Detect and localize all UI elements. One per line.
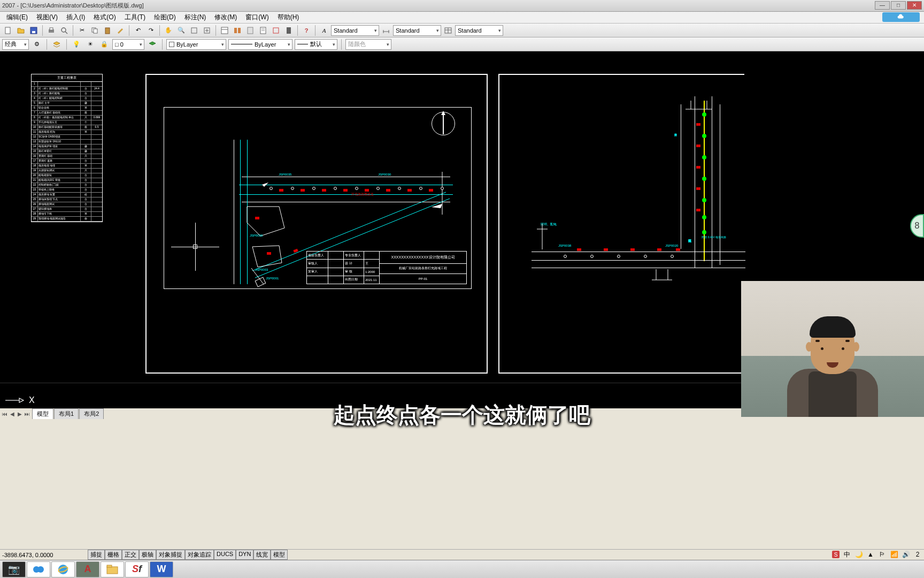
menu-tools[interactable]: 工具(T) <box>120 12 150 23</box>
workspace-dropdown[interactable]: 经典 <box>2 39 29 50</box>
pan-button[interactable]: ✋ <box>163 25 174 36</box>
svg-rect-14 <box>234 28 237 33</box>
paste-button[interactable] <box>102 25 113 36</box>
tab-last-button[interactable]: ⏭ <box>24 411 31 417</box>
zoom-prev-button[interactable] <box>201 25 213 36</box>
menu-dimension[interactable]: 标注(N) <box>180 12 211 23</box>
color-dropdown[interactable]: ByLayer <box>166 39 226 50</box>
help-button[interactable]: ? <box>301 25 312 36</box>
textstyle-icon[interactable]: A <box>318 25 330 36</box>
print-button[interactable] <box>45 25 57 36</box>
table-row: 9手孔井电缆分支个 <box>32 120 102 125</box>
lineweight-dropdown[interactable]: 默认 <box>295 39 337 50</box>
toggle-osnap[interactable]: 对象捕捉 <box>156 550 185 560</box>
svg-rect-4 <box>50 28 53 30</box>
menu-window[interactable]: 窗口(W) <box>241 12 273 23</box>
dimstyle-dropdown[interactable]: Standard <box>393 25 441 36</box>
toggle-dyn[interactable]: DYN <box>236 550 253 560</box>
tray-up-icon[interactable]: ▲ <box>866 550 875 559</box>
match-button[interactable] <box>114 25 126 36</box>
network-icon[interactable]: 📶 <box>890 550 898 559</box>
tab-layout2[interactable]: 布局2 <box>79 408 104 420</box>
layer-dropdown[interactable]: □ 0 <box>112 39 144 50</box>
preview-button[interactable] <box>58 25 70 36</box>
station-label: JSP0020 <box>665 244 678 247</box>
linetype-dropdown[interactable]: ByLayer <box>228 39 292 50</box>
svg-rect-21 <box>287 27 291 34</box>
taskbar-app-sf[interactable]: Sf <box>125 561 149 577</box>
minimize-button[interactable]: — <box>875 1 890 10</box>
tab-first-button[interactable]: ⏮ <box>1 411 9 417</box>
zoom-window-button[interactable] <box>188 25 200 36</box>
menu-help[interactable]: 帮助(H) <box>273 12 304 23</box>
toggle-polar[interactable]: 极轴 <box>139 550 156 560</box>
table-row: 1 <box>32 82 102 87</box>
menu-insert[interactable]: 插入(I) <box>62 12 89 23</box>
layer-props-button[interactable] <box>51 39 63 50</box>
tablestyle-icon[interactable] <box>442 25 454 36</box>
layer-prev-button[interactable] <box>147 39 158 50</box>
tab-layout1[interactable]: 布局1 <box>54 408 79 420</box>
calc-button[interactable] <box>283 25 295 36</box>
textstyle-dropdown[interactable]: Standard <box>331 25 379 36</box>
cut-button[interactable]: ✂ <box>76 25 88 36</box>
redo-button[interactable]: ↷ <box>145 25 157 36</box>
table-row: 6铝合金线米 <box>32 106 102 111</box>
layer-on-icon[interactable]: 💡 <box>71 39 82 50</box>
layer-lock-icon[interactable]: 🔒 <box>98 39 110 50</box>
maximize-button[interactable]: □ <box>891 1 906 10</box>
save-button[interactable] <box>28 25 40 36</box>
sheet-set-button[interactable] <box>257 25 269 36</box>
taskbar-app-cloud[interactable] <box>27 561 50 577</box>
design-center-button[interactable] <box>232 25 243 36</box>
menu-edit[interactable]: 编辑(E) <box>2 12 32 23</box>
close-button[interactable]: ✕ <box>907 1 922 10</box>
table-row: 11低压电缆 挖沟米 <box>32 130 102 135</box>
ime-lang[interactable]: 中 <box>843 550 851 559</box>
toggle-lwt[interactable]: 线宽 <box>253 550 271 560</box>
menu-draw[interactable]: 绘图(D) <box>150 12 180 23</box>
layer-freeze-icon[interactable]: ☀ <box>84 39 96 50</box>
taskbar-app-cad[interactable]: A <box>76 561 99 577</box>
taskbar-app-explorer[interactable] <box>101 561 124 577</box>
title-block: 项目负责人专业负责人 审核人设 计王 复审人审 核1:2000 出图日期2021… <box>306 251 467 284</box>
volume-icon[interactable]: 🔊 <box>902 550 910 559</box>
toggle-grid[interactable]: 栅格 <box>105 550 122 560</box>
tab-prev-button[interactable]: ◀ <box>9 411 16 417</box>
toggle-ortho[interactable]: 正交 <box>122 550 139 560</box>
plotstyle-dropdown[interactable]: 随颜色 <box>345 39 391 50</box>
table-row: 19光源安装调试只 <box>32 169 102 173</box>
toggle-model[interactable]: 模型 <box>271 550 288 560</box>
night-mode-icon[interactable]: 🌙 <box>854 550 863 559</box>
tablestyle-dropdown[interactable]: Standard <box>455 25 503 36</box>
toggle-ducs[interactable]: DUCS <box>214 550 236 560</box>
tab-model[interactable]: 模型 <box>32 408 53 420</box>
flag-icon[interactable]: 🏳 <box>878 550 887 559</box>
taskbar-app-wps[interactable]: W <box>150 561 173 577</box>
svg-marker-44 <box>19 398 24 402</box>
taskbar-app-ie[interactable] <box>51 561 75 577</box>
menu-view[interactable]: 视图(V) <box>32 12 62 23</box>
properties-button[interactable] <box>219 25 230 36</box>
markup-button[interactable] <box>270 25 282 36</box>
dimstyle-icon[interactable] <box>380 25 392 36</box>
toggle-otrack[interactable]: 对象追踪 <box>185 550 214 560</box>
zoom-button[interactable]: 🔍 <box>175 25 187 36</box>
tool-palette-button[interactable] <box>244 25 256 36</box>
toggle-snap[interactable]: 捕捉 <box>88 550 105 560</box>
ime-indicator[interactable]: S <box>832 551 840 558</box>
tab-next-button[interactable]: ▶ <box>16 411 24 417</box>
clock[interactable]: 2 <box>913 550 922 559</box>
status-toggles: 捕捉 栅格 正交 极轴 对象捕捉 对象追踪 DUCS DYN 线宽 模型 <box>88 550 288 560</box>
undo-button[interactable]: ↶ <box>132 25 144 36</box>
menu-format[interactable]: 格式(O) <box>89 12 120 23</box>
copy-button[interactable] <box>89 25 101 36</box>
menu-modify[interactable]: 修改(M) <box>210 12 241 23</box>
taskbar-app-camera[interactable]: 📷 <box>2 561 26 577</box>
lower-blank-area <box>0 419 924 560</box>
road-name: 环北路路面改造 <box>351 192 374 197</box>
new-button[interactable] <box>2 25 14 36</box>
cloud-sync-badge[interactable] <box>882 12 920 22</box>
workspace-settings-button[interactable]: ⚙ <box>31 39 43 50</box>
open-button[interactable] <box>15 25 27 36</box>
